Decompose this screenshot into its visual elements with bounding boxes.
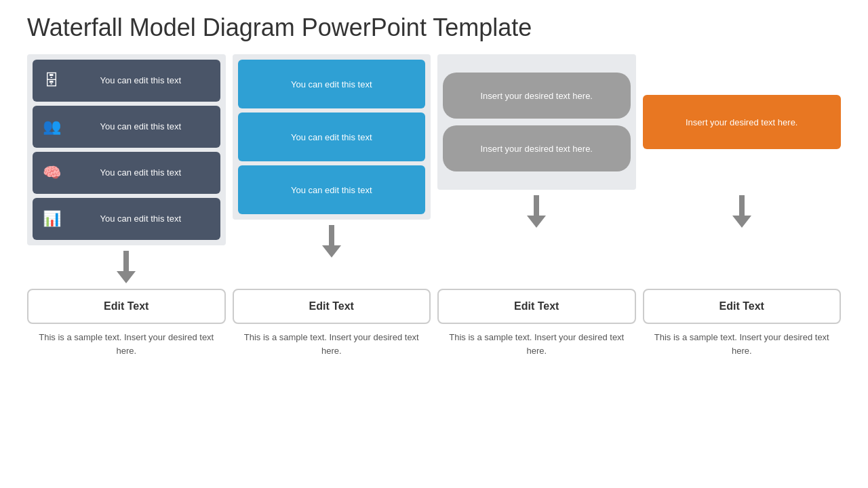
slate-box-4[interactable]: 📊 You can edit this text	[33, 198, 220, 240]
gray-box-1-text[interactable]: Insert your desired text here.	[481, 91, 593, 101]
column-3: Insert your desired text here. Insert yo…	[437, 54, 636, 233]
blue-box-1[interactable]: You can edit this text	[238, 60, 426, 108]
slate-box-3-text[interactable]: You can edit this text	[69, 167, 212, 179]
arrow-down-2	[322, 225, 341, 258]
slate-box-1[interactable]: 🗄 You can edit this text	[33, 60, 220, 102]
slate-box-2[interactable]: 👥 You can edit this text	[33, 106, 220, 148]
bottom-col-4: Edit Text This is a sample text. Insert …	[643, 289, 842, 357]
bottom-col-1: Edit Text This is a sample text. Insert …	[27, 289, 226, 357]
slate-box-1-text[interactable]: You can edit this text	[69, 75, 212, 87]
gray-box-2[interactable]: Insert your desired text here.	[443, 125, 631, 171]
sample-text-1: This is a sample text. Insert your desir…	[27, 331, 226, 357]
slate-box-3[interactable]: 🧠 You can edit this text	[33, 152, 220, 194]
edit-box-3[interactable]: Edit Text	[437, 289, 636, 324]
edit-box-4[interactable]: Edit Text	[643, 289, 842, 324]
arrow-down-4	[732, 195, 751, 228]
blue-box-3[interactable]: You can edit this text	[238, 165, 426, 214]
orange-box[interactable]: Insert your desired text here.	[643, 95, 842, 149]
blue-box-2[interactable]: You can edit this text	[238, 113, 426, 161]
bottom-col-2: Edit Text This is a sample text. Insert …	[233, 289, 431, 357]
chart-icon: 📊	[41, 208, 62, 230]
blue-box-2-text[interactable]: You can edit this text	[291, 132, 372, 142]
arrow-down-1	[117, 251, 136, 283]
column-2: You can edit this text You can edit this…	[233, 54, 431, 263]
edit-box-1-label[interactable]: Edit Text	[104, 300, 149, 312]
blue-box-3-text[interactable]: You can edit this text	[291, 185, 372, 195]
orange-box-text[interactable]: Insert your desired text here.	[686, 117, 797, 127]
slate-box-4-text[interactable]: You can edit this text	[69, 214, 212, 225]
diagram-area: 🗄 You can edit this text 👥 You can edit …	[27, 54, 841, 289]
slate-box-2-text[interactable]: You can edit this text	[69, 121, 212, 133]
database-icon: 🗄	[41, 70, 62, 92]
sample-text-2: This is a sample text. Insert your desir…	[233, 331, 431, 357]
col3-container: Insert your desired text here. Insert yo…	[437, 54, 636, 190]
col4-spacer: Insert your desired text here.	[643, 54, 842, 190]
column-4: Insert your desired text here.	[643, 54, 842, 233]
arrow-down-3	[527, 195, 546, 228]
gray-box-2-text[interactable]: Insert your desired text here.	[481, 144, 593, 154]
col2-container: You can edit this text You can edit this…	[233, 54, 431, 220]
bottom-col-3: Edit Text This is a sample text. Insert …	[437, 289, 636, 357]
sample-text-4: This is a sample text. Insert your desir…	[643, 331, 842, 357]
column-1: 🗄 You can edit this text 👥 You can edit …	[27, 54, 226, 289]
brain-icon: 🧠	[41, 162, 62, 184]
page-title: Waterfall Model Diagram PowerPoint Templ…	[27, 14, 841, 42]
blue-box-1-text[interactable]: You can edit this text	[291, 79, 372, 89]
edit-box-3-label[interactable]: Edit Text	[514, 300, 559, 312]
sample-text-3: This is a sample text. Insert your desir…	[437, 331, 636, 357]
col1-container: 🗄 You can edit this text 👥 You can edit …	[27, 54, 226, 245]
gray-box-1[interactable]: Insert your desired text here.	[443, 73, 631, 119]
edit-box-1[interactable]: Edit Text	[27, 289, 226, 324]
edit-box-2-label[interactable]: Edit Text	[309, 300, 354, 312]
edit-box-2[interactable]: Edit Text	[233, 289, 431, 324]
users-icon: 👥	[41, 116, 62, 138]
bottom-row: Edit Text This is a sample text. Insert …	[27, 289, 841, 357]
edit-box-4-label[interactable]: Edit Text	[719, 300, 764, 312]
